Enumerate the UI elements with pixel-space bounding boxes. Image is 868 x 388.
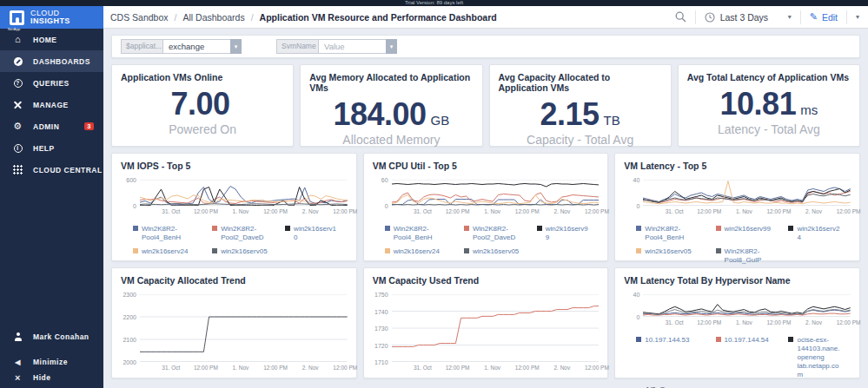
vm-latency-chart: 40031. Oct12:00 PM1. Nov12:00 PM2. Nov12… — [624, 180, 851, 265]
minimize-button[interactable]: ◀ Minimize — [0, 354, 103, 370]
trial-banner: Trial Version: 89 days left — [0, 0, 868, 6]
legend-swatch — [385, 226, 390, 231]
chart-legend: 10.197.144.5310.197.144.54ocise-esx-1441… — [636, 336, 851, 379]
legend-swatch — [464, 226, 469, 231]
top-header: CDS Sandbox / All Dashboards / Applicati… — [103, 6, 868, 29]
sidebar-item-help[interactable]: i HELP — [0, 137, 103, 159]
legend-item[interactable]: win2k16serv24 — [133, 247, 212, 256]
chart-plot[interactable] — [392, 180, 600, 206]
x-axis: 31. Oct12:00 PM1. Nov12:00 PM2. Nov12:00… — [643, 319, 851, 328]
filter-application[interactable]: $applicat... exchange ▾ — [121, 39, 242, 54]
chart-legend: Win2K8R2-Pool4_BenHWin2K8R2-Pool2_DaveDw… — [385, 225, 600, 256]
sidebar-item-manage[interactable]: MANAGE — [0, 94, 103, 115]
chart-plot[interactable] — [392, 294, 600, 362]
kpi-vms-online: Application VMs Online 7.00 Powered On — [111, 64, 294, 147]
legend-swatch — [464, 248, 469, 253]
edit-button[interactable]: ✎ Edit — [810, 11, 838, 23]
vm-cpu-chart: 60031. Oct12:00 PM1. Nov12:00 PM2. Nov12… — [373, 180, 600, 256]
app-logo[interactable]: NetApp CLOUD INSIGHTS — [0, 6, 103, 29]
chart-plot[interactable] — [643, 294, 851, 317]
clock-icon — [705, 12, 715, 23]
vm-capacity-allocated-card: VM Capacity Allocated Trend 230022002100… — [111, 267, 357, 378]
legend-swatch — [636, 248, 641, 253]
vm-iops-card: VM IOPS - Top 5 600031. Oct12:00 PM1. No… — [111, 153, 357, 261]
filter-svmname-input[interactable]: Value — [318, 39, 386, 54]
netapp-logo-icon — [10, 10, 24, 25]
legend-item[interactable]: Win2K8R2-Pool4_BenH — [385, 225, 464, 242]
sidebar-item-home[interactable]: ⌂ HOME — [0, 29, 103, 50]
x-axis: 31. Oct12:00 PM1. Nov12:00 PM2. Nov12:00… — [392, 365, 600, 373]
search-icon[interactable] — [675, 11, 686, 23]
breadcrumb-dashboards[interactable]: All Dashboards — [182, 12, 244, 23]
legend-swatch — [385, 248, 390, 253]
legend-item[interactable]: win2k16serv99 — [537, 225, 600, 242]
pencil-icon: ✎ — [810, 11, 818, 23]
home-icon: ⌂ — [15, 35, 21, 44]
legend-item[interactable]: Win2K8R2-Pool2_DaveD — [212, 225, 285, 242]
legend-item[interactable]: Win2K8R2-Pool4_BenH — [636, 225, 715, 242]
legend-item[interactable]: 10.197.144.53 — [636, 336, 715, 379]
chevron-down-icon[interactable]: ▾ — [230, 39, 242, 54]
vm-latency-hypervisor-card: VM Latency Total By Hypervisor Name 4003… — [614, 267, 860, 378]
help-icon: i — [14, 144, 23, 153]
kpi-value: 7.00 — [171, 86, 230, 122]
breadcrumb-tenant[interactable]: CDS Sandbox — [110, 12, 169, 23]
chart-plot[interactable] — [643, 180, 851, 206]
time-range-value: Last 3 Days — [720, 12, 768, 23]
chevron-down-icon[interactable]: ▾ — [386, 39, 397, 54]
legend-item[interactable]: ocise-esx-144103.nane.openeng lab.netapp… — [788, 336, 851, 379]
legend-item[interactable]: win2k16serv05 — [636, 247, 715, 265]
sidebar: ⌂ HOME DASHBOARDS ? QUERIES MANAGE ⚙ ADM… — [0, 29, 103, 388]
legend-swatch — [133, 226, 138, 231]
x-axis: 31. Oct12:00 PM1. Nov12:00 PM2. Nov12:00… — [643, 208, 851, 217]
legend-swatch — [133, 248, 138, 253]
legend-item[interactable]: Win2K8R2-Pool8_GulP — [716, 247, 789, 265]
filter-svmname-label: SvmName — [276, 39, 318, 54]
legend-swatch — [212, 226, 217, 231]
legend-item[interactable]: win2k16serv10 — [285, 225, 348, 242]
legend-item[interactable]: 10.197.144.54 — [716, 336, 789, 379]
gear-icon: ⚙ — [13, 122, 22, 131]
sidebar-item-dashboards[interactable]: DASHBOARDS — [0, 50, 103, 72]
sidebar-footer: Mark Conahan ◀ Minimize × Hide — [0, 329, 103, 385]
time-range-picker[interactable]: Last 3 Days ▾ — [705, 12, 792, 23]
brand-line2: INSIGHTS — [30, 17, 70, 25]
y-axis: 600 — [373, 180, 392, 206]
vm-iops-chart: 600031. Oct12:00 PM1. Nov12:00 PM2. Nov1… — [121, 180, 348, 256]
chart-plot[interactable] — [140, 180, 348, 206]
chart-legend: Win2K8R2-Pool4_BenHwin2k16serv99win2k16s… — [636, 225, 851, 265]
more-actions-dropdown[interactable]: ▾ — [856, 13, 859, 21]
hide-button[interactable]: × Hide — [0, 370, 103, 385]
chart-row-1: VM IOPS - Top 5 600031. Oct12:00 PM1. No… — [111, 153, 860, 261]
manage-icon — [14, 101, 23, 109]
legend-item[interactable]: Win2K8R2-Pool4_BenH — [133, 225, 212, 242]
user-icon — [14, 332, 22, 341]
queries-icon: ? — [14, 79, 23, 88]
chart-plot[interactable] — [140, 294, 348, 362]
x-axis: 31. Oct12:00 PM1. Nov12:00 PM2. Nov12:00… — [392, 208, 600, 217]
legend-item[interactable]: Win2K8R2-Pool2_DaveD — [464, 225, 537, 242]
sidebar-item-queries[interactable]: ? QUERIES — [0, 72, 103, 94]
dashboard-content: $applicat... exchange ▾ SvmName Value ▾ … — [103, 29, 868, 388]
legend-swatch — [636, 337, 641, 342]
kpi-avg-capacity: Avg Capacity Allocated to Application VM… — [489, 64, 672, 147]
close-icon: × — [15, 374, 21, 382]
legend-swatch — [716, 248, 721, 253]
legend-item[interactable]: win2k16serv24 — [385, 247, 464, 256]
x-axis: 31. Oct12:00 PM1. Nov12:00 PM2. Nov12:00… — [140, 365, 348, 373]
legend-item[interactable]: win2k16serv05 — [212, 247, 285, 256]
legend-item[interactable]: win2k16serv05 — [464, 247, 537, 256]
filter-application-input[interactable]: exchange — [162, 39, 230, 54]
sidebar-item-admin[interactable]: ⚙ ADMIN 3 — [0, 115, 103, 137]
filter-svmname[interactable]: SvmName Value ▾ — [276, 39, 397, 54]
breadcrumb: CDS Sandbox / All Dashboards / Applicati… — [103, 12, 497, 23]
kpi-subtitle: Powered On — [169, 122, 236, 136]
user-menu[interactable]: Mark Conahan — [0, 329, 103, 345]
legend-item[interactable]: win2k16serv24 — [788, 225, 851, 242]
y-axis: 6000 — [121, 180, 140, 206]
netapp-wordmark: NetApp — [8, 27, 21, 31]
sidebar-item-cloud-central[interactable]: CLOUD CENTRAL — [0, 159, 103, 181]
legend-item[interactable]: win2k16serv99 — [716, 225, 789, 242]
filter-application-label: $applicat... — [121, 39, 162, 54]
y-axis: 400 — [624, 180, 643, 206]
